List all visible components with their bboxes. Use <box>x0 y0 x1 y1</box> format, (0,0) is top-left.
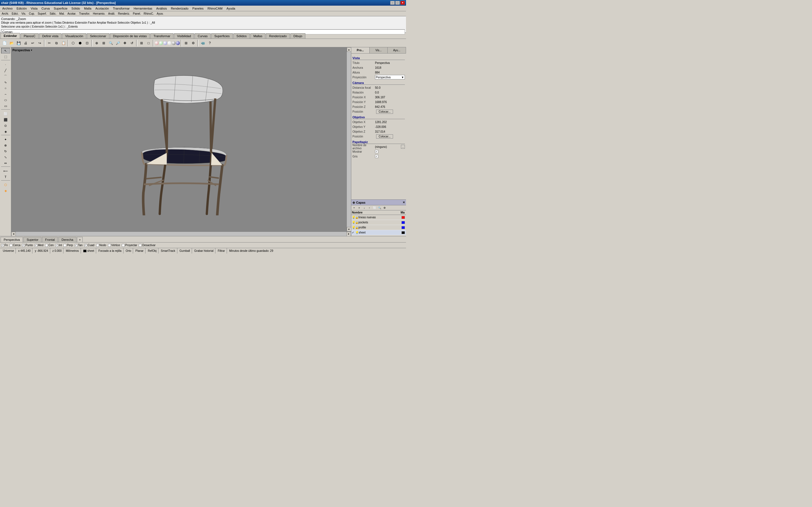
mostrar-checkbox[interactable] <box>375 150 378 153</box>
status-refobj[interactable]: RefObj <box>146 248 158 253</box>
snap-tan-checkbox[interactable] <box>75 244 78 247</box>
zoom-ext-icon[interactable]: ⊕ <box>93 40 100 47</box>
tab-visualizacion[interactable]: Visualización <box>62 33 86 39</box>
sec-superf[interactable]: Superf. <box>37 12 48 15</box>
capa-search-icon[interactable]: 🔍 <box>377 206 382 210</box>
viewport-label[interactable]: Perspectiva <box>12 48 33 52</box>
horizontal-scrollbar[interactable]: ◄ ► <box>11 231 351 236</box>
snap-nodo-checkbox[interactable] <box>96 244 99 247</box>
status-filter[interactable]: Filtrar <box>216 248 227 253</box>
proyeccion-dropdown[interactable]: Perspectiva ▼ <box>375 75 405 79</box>
viewport[interactable]: Perspectiva <box>11 47 347 231</box>
sec-herramio[interactable]: Herramio. <box>92 12 106 15</box>
select-pointer-icon[interactable]: ↖ <box>1 48 10 54</box>
capa-color-lineas[interactable] <box>402 216 405 219</box>
menu-superficie[interactable]: Superficie <box>52 6 69 11</box>
scroll-down-arrow[interactable]: ▼ <box>347 227 351 231</box>
sec-salic[interactable]: Sálic. <box>49 12 57 15</box>
snap-cen[interactable]: Cen <box>45 244 54 247</box>
capa-color-profile[interactable] <box>402 226 405 229</box>
sec-ayuv[interactable]: Ayuv. <box>156 12 165 15</box>
sec-edici[interactable]: Edici. <box>11 12 20 15</box>
sec-transfor[interactable]: Transfor. <box>78 12 91 15</box>
surface-icon[interactable]: ⬜ <box>1 111 10 117</box>
tab-renderizado[interactable]: Renderizado <box>266 33 290 39</box>
paste-icon[interactable]: 📋 <box>60 40 67 47</box>
menu-rhinocam[interactable]: RhinoCAM <box>206 6 224 11</box>
loft-icon[interactable]: ◈ <box>1 129 10 134</box>
redo-icon[interactable]: ↪ <box>36 40 43 47</box>
colocar-objetivo-button[interactable]: Colocar... <box>376 134 393 138</box>
status-record[interactable]: Grabar historial <box>193 248 215 253</box>
snap-cen-checkbox[interactable] <box>45 244 48 247</box>
status-smarttrack[interactable]: SmartTrack <box>159 248 177 253</box>
arc-icon[interactable]: ⌢ <box>1 91 10 97</box>
scroll-right-arrow[interactable]: ► <box>347 232 351 236</box>
snap-vertice[interactable]: Vértice <box>108 244 120 247</box>
snap-cerca-checkbox[interactable] <box>10 244 12 247</box>
menu-curva[interactable]: Curva <box>40 6 51 11</box>
select2-icon[interactable]: ⬢ <box>77 40 84 47</box>
rhino-icon[interactable]: 🦏 <box>199 40 206 47</box>
mode-dark[interactable] <box>172 41 175 45</box>
rotate-view-icon[interactable]: ↺ <box>129 40 135 47</box>
capa-row-sheet[interactable]: ✓ 💡 sheet <box>351 230 406 235</box>
sec-archi[interactable]: Archi. <box>1 12 10 15</box>
tab-superficies[interactable]: Superficies <box>211 33 233 39</box>
snap-cerca[interactable]: Cerca <box>10 244 20 247</box>
snap-med-checkbox[interactable] <box>35 244 38 247</box>
minimize-button[interactable]: ─ <box>390 1 395 5</box>
select-window-icon[interactable]: ⬚ <box>1 54 10 59</box>
capa-row-pockets[interactable]: 💡 🔓 pockets <box>351 220 406 225</box>
menu-paneles[interactable]: Paneles <box>191 6 205 11</box>
browse-icon[interactable]: … <box>401 145 405 149</box>
line-icon[interactable]: ╱ <box>1 68 10 73</box>
snap-cuad[interactable]: Cuad <box>84 244 94 247</box>
capa-color-sheet[interactable] <box>402 231 405 234</box>
maximize-button[interactable]: □ <box>395 1 400 5</box>
snap-snap-icon[interactable]: ✦ <box>1 136 10 142</box>
tab-solidos[interactable]: Sólidos <box>234 33 250 39</box>
tab-definir-vista[interactable]: Definir vista <box>39 33 61 39</box>
grid-icon[interactable]: ⊞ <box>183 40 190 47</box>
panel-tab-help[interactable]: Ayu... <box>388 47 406 53</box>
snap-tan[interactable]: Tan <box>75 244 83 247</box>
viewport-tab-perspectiva[interactable]: Perspectiva <box>1 237 23 242</box>
tab-disposicion[interactable]: Disposición de las vistas <box>110 33 150 39</box>
capas-close-icon[interactable]: ✕ <box>403 201 405 204</box>
new-icon[interactable]: 📄 <box>1 40 8 47</box>
sec-renderiz[interactable]: Renderiz. <box>117 12 131 15</box>
snap-nodo[interactable]: Nodo <box>96 244 106 247</box>
sec-vis[interactable]: Vis. <box>20 12 28 15</box>
capa-row-profile[interactable]: 💡 🔓 profile <box>351 225 406 230</box>
help-icon[interactable]: ? <box>206 40 213 47</box>
print-icon[interactable]: 🖨 <box>22 40 29 47</box>
menu-solido[interactable]: Sólido <box>70 6 82 11</box>
menu-acotacion[interactable]: Acotación <box>94 6 110 11</box>
point-icon[interactable]: · <box>1 62 10 67</box>
capa-all-icon[interactable]: ⬜ <box>372 206 377 210</box>
snap-desactivar-checkbox[interactable] <box>139 244 142 247</box>
snap-int[interactable]: Int <box>55 244 62 247</box>
tab-estandar[interactable]: Estándar <box>1 33 20 39</box>
gumball-icon[interactable]: ⬡ <box>1 182 10 187</box>
lasso-icon[interactable]: ⊡ <box>84 40 91 47</box>
panel-tab-properties[interactable]: Pro... <box>351 47 370 53</box>
mode-wire[interactable] <box>163 41 167 45</box>
snap-vertice-checkbox[interactable] <box>108 244 111 247</box>
snap-fn-checkbox[interactable] <box>1 244 4 247</box>
extrude-icon[interactable]: ⬛ <box>1 117 10 122</box>
tab-transformar[interactable]: Transformar <box>150 33 173 39</box>
menu-archivo[interactable]: Archivo <box>1 6 14 11</box>
zoom-out-icon[interactable]: 🔎 <box>114 40 121 47</box>
rotate-icon[interactable]: ↻ <box>1 149 10 154</box>
scroll-track-h[interactable] <box>16 232 347 236</box>
material-icon[interactable]: ◈ <box>1 188 10 193</box>
capa-row-lineas[interactable]: 💡 🔓 líneas nuevas <box>351 215 406 220</box>
view4-icon[interactable]: ⊞ <box>138 40 145 47</box>
ellipse-icon[interactable]: ⬭ <box>1 97 10 103</box>
viewport-tab-derecha[interactable]: Derecha <box>58 237 77 242</box>
sec-mal[interactable]: Mal. <box>58 12 66 15</box>
pan-icon[interactable]: ✥ <box>121 40 128 47</box>
mode-artis[interactable] <box>176 41 180 45</box>
